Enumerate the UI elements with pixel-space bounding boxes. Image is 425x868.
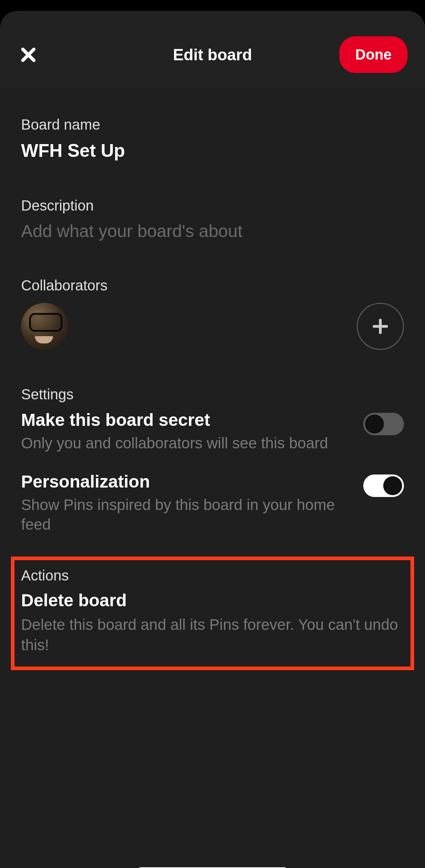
plus-icon [371, 317, 390, 336]
personalization-setting: Personalization Show Pins inspired by th… [21, 472, 404, 535]
toggle-knob [365, 415, 384, 433]
description-input[interactable]: Add what your board's about [21, 221, 404, 241]
secret-board-title: Make this board secret [21, 410, 349, 430]
secret-board-setting: Make this board secret Only you and coll… [21, 410, 404, 453]
collaborators-section: Collaborators [21, 277, 404, 350]
secret-board-description: Only you and collaborators will see this… [21, 433, 349, 453]
collaborator-avatar[interactable] [21, 303, 68, 350]
board-name-section: Board name WFH Set Up [21, 117, 404, 161]
personalization-title: Personalization [21, 472, 349, 492]
secret-board-toggle[interactable] [363, 413, 404, 435]
secret-board-text: Make this board secret Only you and coll… [21, 410, 363, 453]
toggle-knob [383, 476, 402, 495]
delete-board-description: Delete this board and all its Pins forev… [21, 615, 404, 656]
close-button[interactable] [17, 44, 39, 66]
add-collaborator-button[interactable] [357, 303, 404, 350]
description-label: Description [21, 197, 404, 214]
settings-section: Settings Make this board secret Only you… [21, 386, 404, 535]
edit-board-screen: Edit board Done Board name WFH Set Up De… [0, 11, 425, 868]
done-button[interactable]: Done [339, 36, 408, 73]
actions-label: Actions [21, 567, 404, 584]
settings-label: Settings [21, 386, 404, 403]
actions-section-highlighted: Actions Delete board Delete this board a… [11, 557, 414, 670]
delete-board-button[interactable]: Delete board Delete this board and all i… [21, 590, 404, 656]
description-section: Description Add what your board's about [21, 197, 404, 241]
personalization-text: Personalization Show Pins inspired by th… [21, 472, 363, 535]
board-name-label: Board name [21, 117, 404, 133]
header: Edit board Done [0, 11, 425, 87]
personalization-toggle[interactable] [363, 474, 404, 497]
board-name-input[interactable]: WFH Set Up [21, 140, 404, 161]
content: Board name WFH Set Up Description Add wh… [0, 87, 425, 670]
page-title: Edit board [173, 46, 252, 64]
close-icon [19, 45, 38, 64]
collaborators-row [21, 303, 404, 350]
collaborators-label: Collaborators [21, 277, 404, 294]
delete-board-title: Delete board [21, 590, 404, 610]
personalization-description: Show Pins inspired by this board in your… [21, 495, 349, 535]
